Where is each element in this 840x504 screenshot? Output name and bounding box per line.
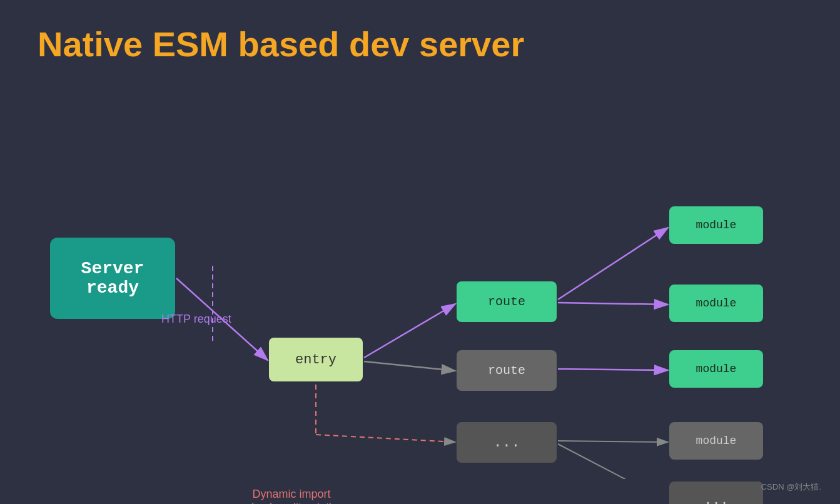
route2-node: route	[457, 350, 557, 391]
module1-node: module	[669, 206, 763, 244]
module3-node: module	[669, 350, 763, 388]
svg-line-10	[558, 303, 668, 305]
dots-left-label: ...	[493, 434, 520, 451]
module2-node: module	[669, 285, 763, 322]
slide: Native ESM based dev server	[0, 0, 840, 504]
svg-line-5	[364, 304, 455, 358]
svg-line-13	[558, 444, 668, 479]
svg-line-11	[558, 369, 668, 370]
dots-left-node: ...	[457, 422, 557, 463]
svg-line-9	[558, 228, 668, 300]
route2-label: route	[488, 363, 525, 378]
slide-title: Native ESM based dev server	[38, 25, 802, 64]
route1-label: route	[488, 295, 525, 309]
dynamic-import-text: Dynamic import (code split point)	[250, 488, 333, 504]
route1-node: route	[457, 281, 557, 322]
dynamic-import-label: Dynamic import (code split point)	[250, 488, 333, 504]
module3-label: module	[696, 363, 737, 375]
svg-line-12	[558, 441, 668, 442]
diagram-area: Server ready entry route route ... modul…	[0, 81, 840, 479]
svg-line-8	[316, 435, 455, 442]
server-ready-node: Server ready	[50, 238, 175, 319]
module5-label: ...	[704, 493, 729, 505]
svg-line-6	[364, 361, 455, 371]
entry-label: entry	[295, 352, 337, 368]
module4-label: module	[696, 435, 737, 447]
module4-node: module	[669, 422, 763, 460]
entry-node: entry	[269, 338, 363, 381]
http-request-label: HTTP request	[161, 313, 231, 326]
server-ready-label: Server ready	[81, 259, 144, 298]
module2-label: module	[696, 297, 737, 310]
module5-node: ...	[669, 481, 763, 504]
module1-label: module	[696, 219, 737, 231]
watermark: CSDN @刘大猫.	[761, 481, 821, 493]
